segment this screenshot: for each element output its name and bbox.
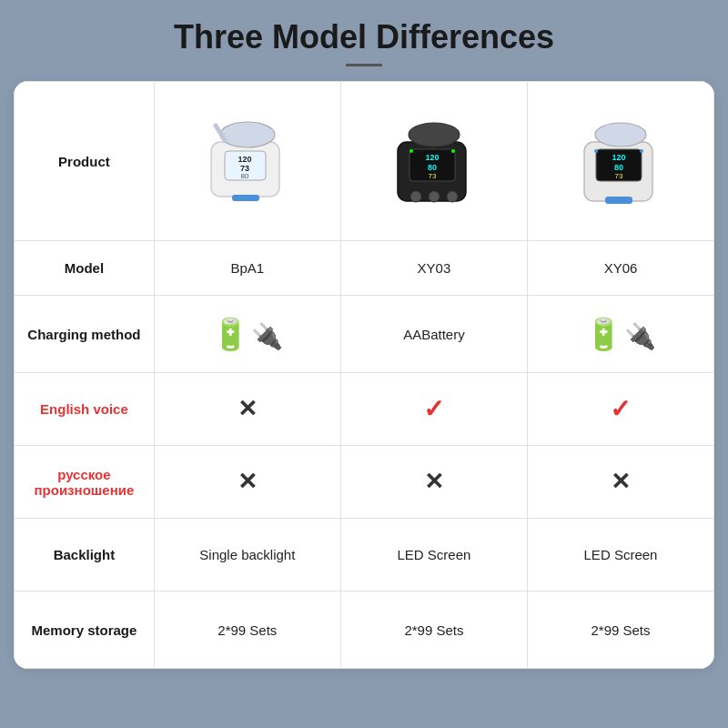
svg-text:120: 120 bbox=[425, 153, 439, 162]
comparison-table-container: Product 120 73 80 bbox=[14, 81, 714, 669]
model-row: Model BpA1 XY03 XY06 bbox=[15, 241, 714, 296]
cross-icon-rv-3: ✕ bbox=[611, 468, 631, 495]
cross-icon-rv-2: ✕ bbox=[424, 468, 444, 495]
label-charging: Charging method bbox=[15, 296, 155, 373]
svg-point-14 bbox=[410, 191, 421, 202]
svg-text:73: 73 bbox=[428, 172, 436, 180]
backlight-xy03: LED Screen bbox=[340, 519, 527, 592]
plug-icon-1: 🔌 bbox=[251, 322, 283, 350]
label-memory: Memory storage bbox=[15, 592, 155, 669]
comparison-table: Product 120 73 80 bbox=[14, 81, 714, 669]
check-icon-ev-2: ✓ bbox=[423, 395, 444, 423]
svg-text:120: 120 bbox=[612, 153, 625, 162]
page-title: Three Model Differences bbox=[18, 18, 710, 56]
device-xy06-icon: 120 80 73 bbox=[571, 106, 671, 215]
svg-point-17 bbox=[410, 149, 413, 153]
label-english-voice: English voice bbox=[15, 373, 155, 446]
memory-row: Memory storage 2*99 Sets 2*99 Sets 2*99 … bbox=[15, 592, 714, 669]
svg-point-5 bbox=[220, 122, 275, 147]
label-model: Model bbox=[15, 241, 155, 296]
usb-charge-icon-1: 🔋 bbox=[211, 317, 249, 351]
charging-xy03: AABattery bbox=[340, 296, 527, 373]
svg-point-18 bbox=[451, 149, 455, 153]
svg-point-13 bbox=[409, 123, 460, 147]
plug-icon-2: 🔌 bbox=[624, 322, 656, 350]
model-xy06: XY06 bbox=[527, 241, 713, 296]
english-voice-row: English voice ✕ ✓ ✓ bbox=[15, 373, 714, 446]
usb-charge-icon-2: 🔋 bbox=[584, 317, 622, 351]
backlight-bpa1: Single backlight bbox=[154, 519, 340, 592]
english-voice-bpa1: ✕ bbox=[154, 373, 340, 446]
product-xy06: 120 80 73 bbox=[527, 82, 713, 241]
product-bpa1: 120 73 80 bbox=[154, 82, 340, 241]
cross-icon-rv-1: ✕ bbox=[238, 468, 258, 495]
check-icon-ev-3: ✓ bbox=[610, 395, 631, 423]
russian-voice-row: русское произношение ✕ ✕ ✕ bbox=[15, 446, 714, 519]
device-xy03-icon: 120 80 73 bbox=[384, 106, 484, 215]
model-bpa1: BpA1 bbox=[154, 241, 340, 296]
charging-bpa1: 🔋🔌 bbox=[154, 296, 340, 373]
label-russian-voice: русское произношение bbox=[15, 446, 155, 519]
svg-text:73: 73 bbox=[615, 172, 623, 180]
product-xy03: 120 80 73 bbox=[340, 82, 527, 241]
svg-text:80: 80 bbox=[614, 163, 623, 172]
charging-xy06: 🔋🔌 bbox=[527, 296, 713, 373]
cross-icon-ev-1: ✕ bbox=[238, 395, 258, 422]
svg-point-16 bbox=[447, 191, 458, 202]
product-row: Product 120 73 80 bbox=[15, 82, 714, 241]
svg-point-24 bbox=[595, 123, 646, 147]
svg-point-27 bbox=[640, 149, 643, 153]
svg-point-15 bbox=[429, 191, 440, 202]
russian-voice-xy03: ✕ bbox=[340, 446, 527, 519]
svg-rect-6 bbox=[232, 195, 259, 201]
english-voice-xy03: ✓ bbox=[340, 373, 527, 446]
memory-bpa1: 2*99 Sets bbox=[154, 592, 340, 669]
svg-text:120: 120 bbox=[238, 155, 251, 164]
title-underline bbox=[346, 64, 382, 66]
english-voice-xy06: ✓ bbox=[527, 373, 713, 446]
device-bpa1-icon: 120 73 80 bbox=[197, 106, 298, 215]
charging-row: Charging method 🔋🔌 AABattery 🔋🔌 bbox=[15, 296, 714, 373]
model-xy03: XY03 bbox=[340, 241, 527, 296]
svg-point-26 bbox=[594, 149, 598, 153]
russian-voice-bpa1: ✕ bbox=[154, 446, 340, 519]
memory-xy06: 2*99 Sets bbox=[527, 592, 713, 669]
svg-text:80: 80 bbox=[428, 163, 437, 172]
backlight-row: Backlight Single backlight LED Screen LE… bbox=[15, 519, 714, 592]
russian-voice-xy06: ✕ bbox=[527, 446, 713, 519]
label-backlight: Backlight bbox=[15, 519, 155, 592]
svg-rect-25 bbox=[605, 197, 632, 204]
memory-xy03: 2*99 Sets bbox=[340, 592, 527, 669]
label-product: Product bbox=[15, 82, 155, 241]
svg-text:80: 80 bbox=[240, 172, 248, 180]
backlight-xy06: LED Screen bbox=[527, 519, 713, 592]
